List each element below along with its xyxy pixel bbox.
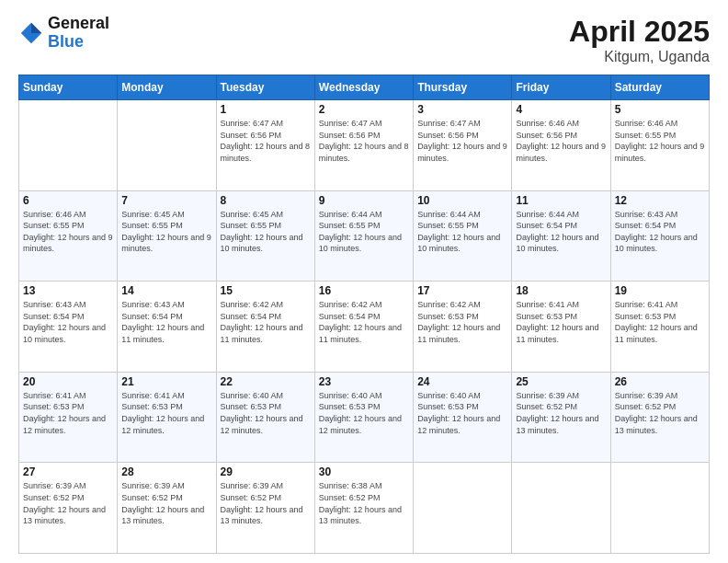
day-info: Sunrise: 6:43 AM Sunset: 6:54 PM Dayligh…	[615, 209, 705, 255]
day-info: Sunrise: 6:46 AM Sunset: 6:55 PM Dayligh…	[23, 209, 113, 255]
day-number: 23	[319, 375, 409, 388]
day-info: Sunrise: 6:39 AM Sunset: 6:52 PM Dayligh…	[23, 480, 113, 526]
day-number: 1	[221, 103, 311, 116]
day-number: 17	[417, 284, 507, 297]
calendar-week-3: 20Sunrise: 6:41 AM Sunset: 6:53 PM Dayli…	[19, 372, 710, 463]
day-info: Sunrise: 6:39 AM Sunset: 6:52 PM Dayligh…	[121, 480, 211, 526]
calendar-cell: 6Sunrise: 6:46 AM Sunset: 6:55 PM Daylig…	[19, 190, 118, 282]
calendar-cell: 1Sunrise: 6:47 AM Sunset: 6:56 PM Daylig…	[216, 100, 314, 191]
calendar-cell: 18Sunrise: 6:41 AM Sunset: 6:53 PM Dayli…	[512, 282, 610, 373]
calendar-cell: 11Sunrise: 6:44 AM Sunset: 6:54 PM Dayli…	[512, 190, 610, 282]
calendar-cell: 27Sunrise: 6:39 AM Sunset: 6:52 PM Dayli…	[19, 463, 118, 554]
calendar-week-0: 1Sunrise: 6:47 AM Sunset: 6:56 PM Daylig…	[19, 100, 710, 191]
calendar-week-2: 13Sunrise: 6:43 AM Sunset: 6:54 PM Dayli…	[19, 282, 710, 373]
day-info: Sunrise: 6:38 AM Sunset: 6:52 PM Dayligh…	[319, 480, 409, 526]
day-number: 10	[417, 194, 507, 207]
calendar-cell: 10Sunrise: 6:44 AM Sunset: 6:55 PM Dayli…	[414, 190, 512, 282]
calendar-cell	[414, 463, 512, 554]
day-info: Sunrise: 6:39 AM Sunset: 6:52 PM Dayligh…	[221, 480, 311, 526]
day-info: Sunrise: 6:46 AM Sunset: 6:56 PM Dayligh…	[516, 118, 606, 164]
calendar-week-1: 6Sunrise: 6:46 AM Sunset: 6:55 PM Daylig…	[19, 190, 710, 282]
day-info: Sunrise: 6:44 AM Sunset: 6:55 PM Dayligh…	[417, 209, 507, 255]
day-number: 4	[516, 103, 606, 116]
day-info: Sunrise: 6:45 AM Sunset: 6:55 PM Dayligh…	[221, 209, 311, 255]
day-number: 18	[516, 284, 606, 297]
day-number: 28	[121, 465, 211, 478]
day-number: 5	[615, 103, 705, 116]
day-number: 7	[121, 194, 211, 207]
day-info: Sunrise: 6:40 AM Sunset: 6:53 PM Dayligh…	[319, 390, 409, 436]
calendar-cell: 28Sunrise: 6:39 AM Sunset: 6:52 PM Dayli…	[118, 463, 216, 554]
calendar-cell	[118, 100, 216, 191]
calendar-cell: 23Sunrise: 6:40 AM Sunset: 6:53 PM Dayli…	[314, 372, 413, 463]
day-info: Sunrise: 6:40 AM Sunset: 6:53 PM Dayligh…	[221, 390, 311, 436]
day-info: Sunrise: 6:44 AM Sunset: 6:55 PM Dayligh…	[319, 209, 409, 255]
day-number: 24	[417, 375, 507, 388]
header: General Blue April 2025 Kitgum, Uganda	[18, 15, 710, 65]
calendar-cell: 21Sunrise: 6:41 AM Sunset: 6:53 PM Dayli…	[118, 372, 216, 463]
day-number: 12	[615, 194, 705, 207]
day-number: 20	[23, 375, 113, 388]
title-block: April 2025 Kitgum, Uganda	[569, 15, 710, 65]
day-number: 30	[319, 465, 409, 478]
title-location: Kitgum, Uganda	[569, 49, 710, 65]
day-number: 27	[23, 465, 113, 478]
calendar-header-saturday: Saturday	[610, 75, 709, 100]
day-info: Sunrise: 6:46 AM Sunset: 6:55 PM Dayligh…	[615, 118, 705, 164]
day-info: Sunrise: 6:47 AM Sunset: 6:56 PM Dayligh…	[221, 118, 311, 164]
calendar-cell	[19, 100, 118, 191]
day-info: Sunrise: 6:47 AM Sunset: 6:56 PM Dayligh…	[319, 118, 409, 164]
day-info: Sunrise: 6:40 AM Sunset: 6:53 PM Dayligh…	[417, 390, 507, 436]
logo-general: General	[48, 15, 109, 33]
calendar-cell	[610, 463, 709, 554]
svg-marker-1	[31, 23, 41, 33]
day-info: Sunrise: 6:47 AM Sunset: 6:56 PM Dayligh…	[417, 118, 507, 164]
logo-text: General Blue	[48, 15, 109, 52]
calendar-cell: 26Sunrise: 6:39 AM Sunset: 6:52 PM Dayli…	[610, 372, 709, 463]
day-info: Sunrise: 6:42 AM Sunset: 6:54 PM Dayligh…	[319, 299, 409, 345]
calendar-header-friday: Friday	[512, 75, 610, 100]
day-number: 26	[615, 375, 705, 388]
day-info: Sunrise: 6:41 AM Sunset: 6:53 PM Dayligh…	[121, 390, 211, 436]
day-number: 21	[121, 375, 211, 388]
day-number: 13	[23, 284, 113, 297]
calendar-cell: 25Sunrise: 6:39 AM Sunset: 6:52 PM Dayli…	[512, 372, 610, 463]
calendar-cell: 5Sunrise: 6:46 AM Sunset: 6:55 PM Daylig…	[610, 100, 709, 191]
day-number: 11	[516, 194, 606, 207]
calendar-week-4: 27Sunrise: 6:39 AM Sunset: 6:52 PM Dayli…	[19, 463, 710, 554]
calendar-cell: 9Sunrise: 6:44 AM Sunset: 6:55 PM Daylig…	[314, 190, 413, 282]
day-number: 15	[221, 284, 311, 297]
calendar-table: SundayMondayTuesdayWednesdayThursdayFrid…	[18, 75, 710, 554]
day-info: Sunrise: 6:41 AM Sunset: 6:53 PM Dayligh…	[516, 299, 606, 345]
calendar-cell: 24Sunrise: 6:40 AM Sunset: 6:53 PM Dayli…	[414, 372, 512, 463]
day-number: 25	[516, 375, 606, 388]
logo-icon	[18, 20, 44, 46]
calendar-header-tuesday: Tuesday	[216, 75, 314, 100]
calendar-cell: 7Sunrise: 6:45 AM Sunset: 6:55 PM Daylig…	[118, 190, 216, 282]
title-month: April 2025	[569, 15, 710, 49]
day-info: Sunrise: 6:42 AM Sunset: 6:54 PM Dayligh…	[221, 299, 311, 345]
calendar-cell: 30Sunrise: 6:38 AM Sunset: 6:52 PM Dayli…	[314, 463, 413, 554]
day-info: Sunrise: 6:43 AM Sunset: 6:54 PM Dayligh…	[23, 299, 113, 345]
day-number: 9	[319, 194, 409, 207]
calendar-header-row: SundayMondayTuesdayWednesdayThursdayFrid…	[19, 75, 710, 100]
calendar-cell: 8Sunrise: 6:45 AM Sunset: 6:55 PM Daylig…	[216, 190, 314, 282]
day-number: 8	[221, 194, 311, 207]
calendar-cell: 22Sunrise: 6:40 AM Sunset: 6:53 PM Dayli…	[216, 372, 314, 463]
calendar-header-wednesday: Wednesday	[314, 75, 413, 100]
calendar-cell: 29Sunrise: 6:39 AM Sunset: 6:52 PM Dayli…	[216, 463, 314, 554]
day-number: 16	[319, 284, 409, 297]
day-number: 6	[23, 194, 113, 207]
calendar-cell: 13Sunrise: 6:43 AM Sunset: 6:54 PM Dayli…	[19, 282, 118, 373]
day-info: Sunrise: 6:39 AM Sunset: 6:52 PM Dayligh…	[615, 390, 705, 436]
day-info: Sunrise: 6:42 AM Sunset: 6:53 PM Dayligh…	[417, 299, 507, 345]
day-number: 22	[221, 375, 311, 388]
day-number: 29	[221, 465, 311, 478]
calendar-cell: 3Sunrise: 6:47 AM Sunset: 6:56 PM Daylig…	[414, 100, 512, 191]
calendar-cell: 4Sunrise: 6:46 AM Sunset: 6:56 PM Daylig…	[512, 100, 610, 191]
calendar-cell: 17Sunrise: 6:42 AM Sunset: 6:53 PM Dayli…	[414, 282, 512, 373]
day-info: Sunrise: 6:45 AM Sunset: 6:55 PM Dayligh…	[121, 209, 211, 255]
calendar-cell: 14Sunrise: 6:43 AM Sunset: 6:54 PM Dayli…	[118, 282, 216, 373]
calendar-cell: 16Sunrise: 6:42 AM Sunset: 6:54 PM Dayli…	[314, 282, 413, 373]
day-info: Sunrise: 6:39 AM Sunset: 6:52 PM Dayligh…	[516, 390, 606, 436]
